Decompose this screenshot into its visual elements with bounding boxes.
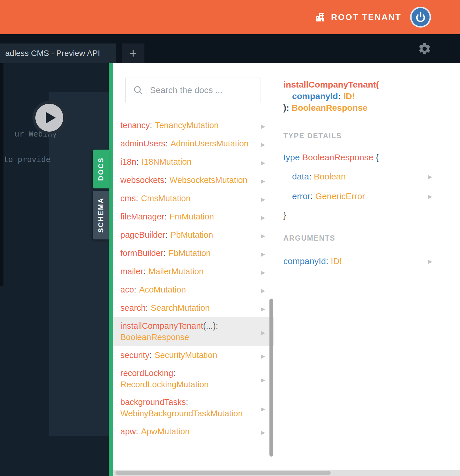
docs-field-websockets[interactable]: websockets:WebsocketsMutation: [113, 171, 274, 189]
field-name: search: [120, 303, 146, 313]
field-name: installCompanyTenant: [120, 321, 203, 330]
building-icon: [315, 12, 325, 22]
field-punct: :: [163, 248, 166, 258]
tab-title: adless CMS - Preview API: [5, 49, 100, 58]
signature-close: ):: [283, 103, 289, 112]
type-field-error[interactable]: error: GenericError: [283, 186, 451, 206]
docs-list-scrollbar[interactable]: [269, 299, 273, 457]
field-type: Boolean: [314, 172, 346, 181]
docs-field-recordLocking[interactable]: recordLocking:RecordLockingMutation: [113, 364, 274, 393]
editor-code-line[interactable]: to provide: [3, 155, 51, 164]
field-punct: :: [143, 267, 146, 276]
field-text: tenancy:TenancyMutation: [120, 121, 219, 130]
docs-field-mailer[interactable]: mailer:MailerMutation: [113, 262, 274, 281]
field-punct: :: [136, 427, 138, 436]
field-colon: :: [310, 191, 313, 201]
chevron-right-icon: [428, 251, 432, 271]
field-type: AcoMutation: [139, 285, 186, 294]
docs-field-search[interactable]: search:SearchMutation: [113, 299, 274, 317]
chevron-right-icon: [261, 175, 265, 185]
docs-field-apw[interactable]: apw:ApwMutation: [113, 422, 274, 441]
field-text: aco:AcoMutation: [120, 285, 186, 295]
editor-panel: [49, 92, 109, 436]
docs-field-aco[interactable]: aco:AcoMutation: [113, 281, 274, 299]
field-type: ApwMutation: [141, 427, 190, 436]
chevron-right-icon: [261, 350, 265, 360]
docs-field-adminUsers[interactable]: adminUsers:AdminUsersMutation: [113, 135, 274, 153]
docs-field-installCompanyTenant[interactable]: installCompanyTenant(...):BooleanRespons…: [113, 317, 274, 346]
chevron-right-icon: [428, 186, 432, 206]
run-query-button[interactable]: [32, 101, 66, 135]
field-type: SearchMutation: [151, 303, 210, 313]
field-text: search:SearchMutation: [120, 303, 210, 313]
field-punct: :: [136, 194, 138, 203]
schema-tab-label: SCHEMA: [97, 197, 105, 233]
schema-tab[interactable]: SCHEMA: [93, 191, 109, 239]
field-text: formBuilder:FbMutation: [120, 248, 211, 258]
field-text: mailer:MailerMutation: [120, 267, 204, 276]
close-brace: }: [283, 206, 451, 224]
user-menu-button[interactable]: [410, 7, 431, 28]
field-text: i18n:I18NMutation: [120, 157, 191, 167]
type-name: BooleanResponse: [302, 152, 373, 162]
field-punct: :: [164, 175, 167, 185]
field-text: adminUsers:AdminUsersMutation: [120, 139, 249, 148]
argument-companyId[interactable]: companyId: ID!: [274, 251, 460, 271]
field-name: cms: [120, 194, 136, 203]
docs-field-cms[interactable]: cms:CmsMutation: [113, 189, 274, 208]
chevron-right-icon: [261, 427, 265, 436]
settings-button[interactable]: [418, 42, 432, 56]
docs-tab[interactable]: DOCS: [93, 150, 109, 188]
docs-field-list: tenancy:TenancyMutation adminUsers:Admin…: [113, 116, 274, 441]
type-details-heading: TYPE DETAILS: [274, 132, 460, 140]
field-name: aco: [120, 285, 134, 294]
chevron-right-icon: [261, 212, 265, 221]
field-type: FbMutation: [169, 248, 211, 258]
argument-text: companyId: ID!: [283, 252, 342, 270]
horizontal-scrollbar-thumb[interactable]: [115, 471, 331, 475]
chevron-right-icon: [261, 303, 265, 313]
argument-type: ID!: [331, 256, 342, 266]
field-punct: :: [136, 157, 139, 166]
chevron-right-icon: [261, 139, 265, 148]
new-tab-button[interactable]: +: [122, 43, 144, 63]
docs-field-fileManager[interactable]: fileManager:FmMutation: [113, 208, 274, 226]
chevron-right-icon: [261, 374, 265, 384]
docs-field-i18n[interactable]: i18n:I18NMutation: [113, 153, 274, 171]
docs-field-tenancy[interactable]: tenancy:TenancyMutation: [113, 116, 274, 135]
docs-panel-accent-strip: [109, 63, 113, 476]
docs-field-pageBuilder[interactable]: pageBuilder:PbMutation: [113, 226, 274, 244]
gear-icon: [418, 42, 432, 56]
playground-main: ur Webiny to provide DOCS SCHEMA: [0, 63, 460, 476]
docs-field-security[interactable]: security:SecurityMutation: [113, 346, 274, 364]
field-punct: :: [149, 350, 152, 360]
tenant-selector[interactable]: ROOT TENANT: [315, 12, 401, 22]
field-text: apw:ApwMutation: [120, 427, 190, 436]
field-punct: :: [146, 303, 148, 313]
field-type: CmsMutation: [141, 194, 191, 203]
field-name: mailer: [120, 267, 143, 276]
field-type: GenericError: [315, 191, 365, 201]
type-field-data[interactable]: data: Boolean: [283, 166, 451, 186]
docs-field-formBuilder[interactable]: formBuilder:FbMutation: [113, 244, 274, 262]
chevron-right-icon: [261, 230, 265, 240]
field-punct: :: [134, 285, 136, 294]
docs-field-backgroundTasks[interactable]: backgroundTasks:WebinyBackgroundTaskMuta…: [113, 393, 274, 422]
chevron-right-icon: [261, 403, 265, 413]
field-name: adminUsers: [120, 139, 165, 148]
docs-search-input[interactable]: [125, 77, 260, 103]
tab-headless-cms-preview-api[interactable]: adless CMS - Preview API: [0, 43, 116, 63]
signature-arg-name: companyId: [292, 91, 338, 101]
field-punct: :: [186, 397, 188, 407]
chevron-right-icon: [261, 267, 265, 276]
horizontal-scrollbar-track[interactable]: [113, 470, 460, 476]
field-name: websockets: [120, 175, 164, 185]
chevron-right-icon: [428, 166, 432, 186]
search-box: [125, 77, 260, 103]
argument-name: companyId: [283, 256, 326, 266]
play-icon: [46, 112, 56, 123]
field-type: AdminUsersMutation: [171, 139, 249, 148]
field-type: TenancyMutation: [155, 121, 219, 130]
field-text: pageBuilder:PbMutation: [120, 230, 213, 240]
type-keyword: type: [283, 152, 300, 162]
